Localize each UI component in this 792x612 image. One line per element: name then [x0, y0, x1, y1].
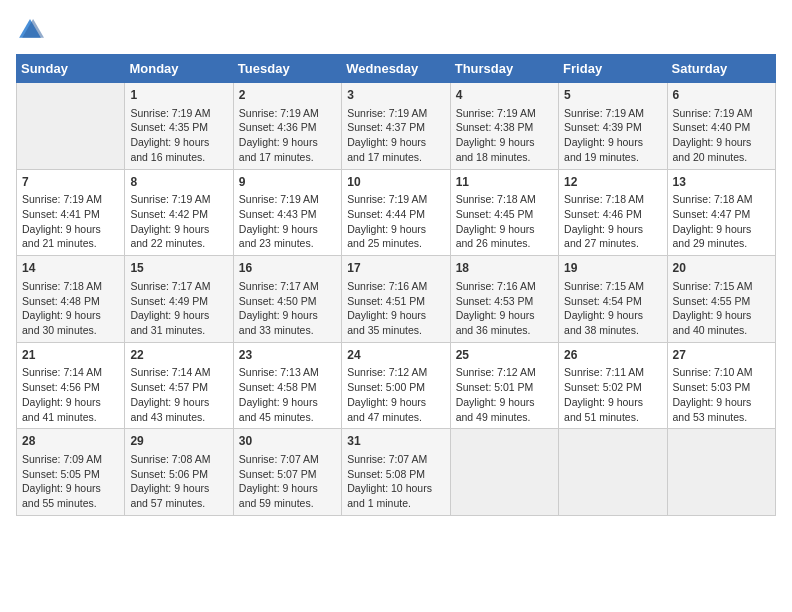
header-cell-wednesday: Wednesday [342, 55, 450, 83]
calendar-cell: 3Sunrise: 7:19 AM Sunset: 4:37 PM Daylig… [342, 83, 450, 170]
day-number: 15 [130, 260, 227, 277]
calendar-cell: 23Sunrise: 7:13 AM Sunset: 4:58 PM Dayli… [233, 342, 341, 429]
calendar-cell: 11Sunrise: 7:18 AM Sunset: 4:45 PM Dayli… [450, 169, 558, 256]
day-number: 14 [22, 260, 119, 277]
day-number: 26 [564, 347, 661, 364]
calendar-cell: 24Sunrise: 7:12 AM Sunset: 5:00 PM Dayli… [342, 342, 450, 429]
calendar-cell: 9Sunrise: 7:19 AM Sunset: 4:43 PM Daylig… [233, 169, 341, 256]
day-number: 27 [673, 347, 770, 364]
header-cell-saturday: Saturday [667, 55, 775, 83]
calendar-cell: 2Sunrise: 7:19 AM Sunset: 4:36 PM Daylig… [233, 83, 341, 170]
header-cell-friday: Friday [559, 55, 667, 83]
day-info: Sunrise: 7:18 AM Sunset: 4:46 PM Dayligh… [564, 192, 661, 251]
day-info: Sunrise: 7:12 AM Sunset: 5:01 PM Dayligh… [456, 365, 553, 424]
day-number: 23 [239, 347, 336, 364]
calendar-cell [17, 83, 125, 170]
calendar-cell: 17Sunrise: 7:16 AM Sunset: 4:51 PM Dayli… [342, 256, 450, 343]
calendar-table: SundayMondayTuesdayWednesdayThursdayFrid… [16, 54, 776, 516]
header-cell-tuesday: Tuesday [233, 55, 341, 83]
day-number: 18 [456, 260, 553, 277]
calendar-cell: 31Sunrise: 7:07 AM Sunset: 5:08 PM Dayli… [342, 429, 450, 516]
day-number: 19 [564, 260, 661, 277]
calendar-week-5: 28Sunrise: 7:09 AM Sunset: 5:05 PM Dayli… [17, 429, 776, 516]
calendar-cell: 5Sunrise: 7:19 AM Sunset: 4:39 PM Daylig… [559, 83, 667, 170]
calendar-cell [667, 429, 775, 516]
day-info: Sunrise: 7:19 AM Sunset: 4:44 PM Dayligh… [347, 192, 444, 251]
calendar-cell: 13Sunrise: 7:18 AM Sunset: 4:47 PM Dayli… [667, 169, 775, 256]
day-info: Sunrise: 7:14 AM Sunset: 4:56 PM Dayligh… [22, 365, 119, 424]
day-info: Sunrise: 7:19 AM Sunset: 4:43 PM Dayligh… [239, 192, 336, 251]
calendar-cell: 20Sunrise: 7:15 AM Sunset: 4:55 PM Dayli… [667, 256, 775, 343]
day-number: 3 [347, 87, 444, 104]
header [16, 16, 776, 44]
logo [16, 16, 48, 44]
day-number: 10 [347, 174, 444, 191]
calendar-cell: 16Sunrise: 7:17 AM Sunset: 4:50 PM Dayli… [233, 256, 341, 343]
day-info: Sunrise: 7:16 AM Sunset: 4:51 PM Dayligh… [347, 279, 444, 338]
calendar-cell: 21Sunrise: 7:14 AM Sunset: 4:56 PM Dayli… [17, 342, 125, 429]
calendar-week-1: 1Sunrise: 7:19 AM Sunset: 4:35 PM Daylig… [17, 83, 776, 170]
day-number: 9 [239, 174, 336, 191]
day-number: 8 [130, 174, 227, 191]
day-number: 25 [456, 347, 553, 364]
day-info: Sunrise: 7:08 AM Sunset: 5:06 PM Dayligh… [130, 452, 227, 511]
day-info: Sunrise: 7:12 AM Sunset: 5:00 PM Dayligh… [347, 365, 444, 424]
calendar-cell: 14Sunrise: 7:18 AM Sunset: 4:48 PM Dayli… [17, 256, 125, 343]
day-info: Sunrise: 7:14 AM Sunset: 4:57 PM Dayligh… [130, 365, 227, 424]
calendar-cell: 10Sunrise: 7:19 AM Sunset: 4:44 PM Dayli… [342, 169, 450, 256]
calendar-cell: 1Sunrise: 7:19 AM Sunset: 4:35 PM Daylig… [125, 83, 233, 170]
calendar-cell: 27Sunrise: 7:10 AM Sunset: 5:03 PM Dayli… [667, 342, 775, 429]
calendar-cell: 25Sunrise: 7:12 AM Sunset: 5:01 PM Dayli… [450, 342, 558, 429]
day-number: 1 [130, 87, 227, 104]
day-info: Sunrise: 7:16 AM Sunset: 4:53 PM Dayligh… [456, 279, 553, 338]
day-number: 4 [456, 87, 553, 104]
calendar-week-4: 21Sunrise: 7:14 AM Sunset: 4:56 PM Dayli… [17, 342, 776, 429]
header-cell-sunday: Sunday [17, 55, 125, 83]
day-info: Sunrise: 7:18 AM Sunset: 4:48 PM Dayligh… [22, 279, 119, 338]
day-info: Sunrise: 7:07 AM Sunset: 5:07 PM Dayligh… [239, 452, 336, 511]
day-number: 28 [22, 433, 119, 450]
calendar-cell: 26Sunrise: 7:11 AM Sunset: 5:02 PM Dayli… [559, 342, 667, 429]
calendar-cell [450, 429, 558, 516]
day-info: Sunrise: 7:18 AM Sunset: 4:45 PM Dayligh… [456, 192, 553, 251]
day-info: Sunrise: 7:17 AM Sunset: 4:50 PM Dayligh… [239, 279, 336, 338]
day-number: 11 [456, 174, 553, 191]
day-info: Sunrise: 7:07 AM Sunset: 5:08 PM Dayligh… [347, 452, 444, 511]
calendar-cell: 8Sunrise: 7:19 AM Sunset: 4:42 PM Daylig… [125, 169, 233, 256]
page-container: SundayMondayTuesdayWednesdayThursdayFrid… [0, 0, 792, 524]
day-info: Sunrise: 7:18 AM Sunset: 4:47 PM Dayligh… [673, 192, 770, 251]
day-number: 7 [22, 174, 119, 191]
calendar-cell: 29Sunrise: 7:08 AM Sunset: 5:06 PM Dayli… [125, 429, 233, 516]
calendar-header-row: SundayMondayTuesdayWednesdayThursdayFrid… [17, 55, 776, 83]
header-cell-monday: Monday [125, 55, 233, 83]
day-info: Sunrise: 7:10 AM Sunset: 5:03 PM Dayligh… [673, 365, 770, 424]
calendar-cell: 19Sunrise: 7:15 AM Sunset: 4:54 PM Dayli… [559, 256, 667, 343]
calendar-cell: 12Sunrise: 7:18 AM Sunset: 4:46 PM Dayli… [559, 169, 667, 256]
calendar-cell: 6Sunrise: 7:19 AM Sunset: 4:40 PM Daylig… [667, 83, 775, 170]
day-number: 22 [130, 347, 227, 364]
day-info: Sunrise: 7:17 AM Sunset: 4:49 PM Dayligh… [130, 279, 227, 338]
day-info: Sunrise: 7:15 AM Sunset: 4:54 PM Dayligh… [564, 279, 661, 338]
calendar-cell: 22Sunrise: 7:14 AM Sunset: 4:57 PM Dayli… [125, 342, 233, 429]
day-info: Sunrise: 7:19 AM Sunset: 4:37 PM Dayligh… [347, 106, 444, 165]
logo-icon [16, 16, 44, 44]
calendar-week-3: 14Sunrise: 7:18 AM Sunset: 4:48 PM Dayli… [17, 256, 776, 343]
day-info: Sunrise: 7:19 AM Sunset: 4:40 PM Dayligh… [673, 106, 770, 165]
day-number: 29 [130, 433, 227, 450]
day-number: 24 [347, 347, 444, 364]
day-info: Sunrise: 7:19 AM Sunset: 4:36 PM Dayligh… [239, 106, 336, 165]
day-number: 16 [239, 260, 336, 277]
day-info: Sunrise: 7:19 AM Sunset: 4:42 PM Dayligh… [130, 192, 227, 251]
day-number: 12 [564, 174, 661, 191]
calendar-cell: 15Sunrise: 7:17 AM Sunset: 4:49 PM Dayli… [125, 256, 233, 343]
day-number: 17 [347, 260, 444, 277]
calendar-cell: 4Sunrise: 7:19 AM Sunset: 4:38 PM Daylig… [450, 83, 558, 170]
day-info: Sunrise: 7:09 AM Sunset: 5:05 PM Dayligh… [22, 452, 119, 511]
calendar-cell: 28Sunrise: 7:09 AM Sunset: 5:05 PM Dayli… [17, 429, 125, 516]
day-number: 5 [564, 87, 661, 104]
calendar-cell [559, 429, 667, 516]
calendar-week-2: 7Sunrise: 7:19 AM Sunset: 4:41 PM Daylig… [17, 169, 776, 256]
calendar-cell: 30Sunrise: 7:07 AM Sunset: 5:07 PM Dayli… [233, 429, 341, 516]
day-number: 30 [239, 433, 336, 450]
calendar-cell: 18Sunrise: 7:16 AM Sunset: 4:53 PM Dayli… [450, 256, 558, 343]
